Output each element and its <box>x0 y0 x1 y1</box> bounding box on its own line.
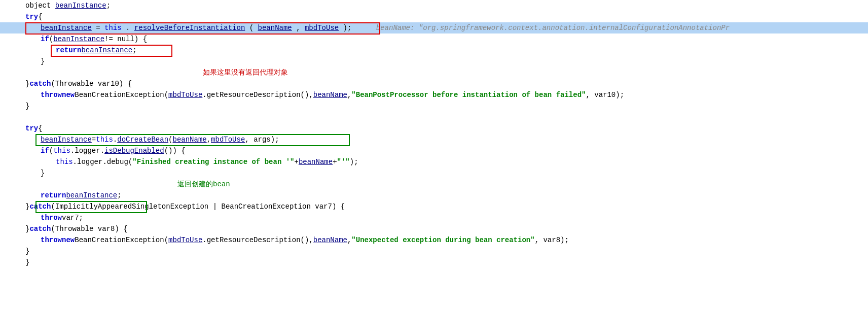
code-line-22: throw new BeanCreationException( mbdToUs… <box>0 234 868 246</box>
code-line-14: if ( this .logger. isDebugEnabled ()) { <box>0 145 868 156</box>
code-line-13: beanInstance = this . doCreateBean ( bea… <box>0 134 868 145</box>
code-line-8: } catch (Throwable var10) { <box>0 78 868 89</box>
code-line-21: } catch (Throwable var8) { <box>0 223 868 234</box>
code-line-6: } <box>0 56 868 67</box>
code-line-2: try { <box>0 11 868 22</box>
code-line-11 <box>0 112 868 123</box>
code-line-12: try { <box>0 123 868 134</box>
code-line-3: beanInstance = this . resolveBeforeInsta… <box>0 22 868 33</box>
code-line-9: throw new BeanCreationException( mbdToUs… <box>0 89 868 100</box>
code-line-10: } <box>0 100 868 112</box>
code-line-18: return beanInstance ; <box>0 190 868 201</box>
code-line-23: } <box>0 246 868 257</box>
code-line-16: } <box>0 167 868 179</box>
code-line-19: } catch (ImplicitlyAppearedSingletonExce… <box>0 201 868 212</box>
code-line-5: return beanInstance ; <box>0 45 868 56</box>
code-line-17-comment: 返回创建的bean <box>0 179 868 190</box>
code-line-24: } <box>0 257 868 268</box>
code-line-1: object beanInstance; <box>0 0 868 11</box>
code-container: object beanInstance; try { beanInstance … <box>0 0 868 336</box>
code-line-7-comment: 如果这里没有返回代理对象 <box>0 67 868 78</box>
code-line-4: if ( beanInstance != null) { <box>0 33 868 45</box>
code-line-15: this .logger.debug( "Finished creating i… <box>0 156 868 167</box>
code-line-20: throw var7; <box>0 212 868 223</box>
